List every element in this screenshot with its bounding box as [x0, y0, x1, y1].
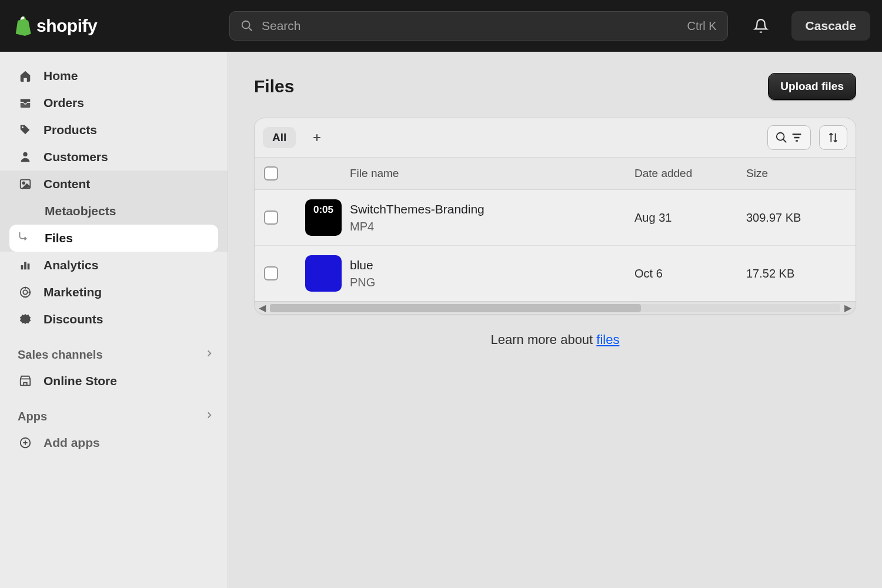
- target-icon: [18, 285, 33, 300]
- home-icon: [18, 68, 33, 83]
- sidebar-subitem-files[interactable]: Files: [9, 225, 218, 252]
- scroll-track[interactable]: [270, 304, 840, 312]
- table-header: File name Date added Size: [255, 157, 856, 190]
- svg-line-1: [249, 28, 252, 31]
- table-row[interactable]: 0:05 SwitchThemes-Branding MP4 Aug 31 30…: [255, 190, 856, 246]
- upload-files-button[interactable]: Upload files: [768, 73, 856, 100]
- bell-icon: [753, 18, 769, 34]
- person-icon: [18, 149, 33, 165]
- sidebar-item-label: Marketing: [44, 285, 102, 299]
- sidebar-item-customers[interactable]: Customers: [0, 143, 228, 171]
- file-date: Oct 6: [634, 267, 746, 280]
- chevron-right-icon: [204, 410, 215, 423]
- active-indicator-icon: [16, 230, 29, 246]
- search-input[interactable]: Search Ctrl K: [229, 11, 728, 41]
- search-filter-button[interactable]: [767, 125, 811, 150]
- file-thumbnail: 0:05: [305, 199, 342, 236]
- file-date: Aug 31: [634, 211, 746, 225]
- video-duration: 0:05: [313, 204, 333, 216]
- store-name: Cascade: [806, 19, 856, 33]
- tab-label: All: [272, 131, 286, 143]
- sidebar-item-products[interactable]: Products: [0, 116, 228, 143]
- filter-icon: [790, 131, 803, 144]
- svg-point-10: [23, 290, 27, 294]
- image-icon: [18, 176, 33, 192]
- add-view-button[interactable]: [306, 127, 328, 148]
- svg-rect-7: [24, 262, 26, 270]
- sidebar-item-add-apps[interactable]: Add apps: [0, 429, 228, 456]
- file-type: MP4: [350, 220, 634, 233]
- svg-point-5: [22, 182, 25, 184]
- sidebar-subitem-metaobjects[interactable]: Metaobjects: [0, 198, 228, 225]
- section-header-label: Apps: [18, 410, 47, 423]
- sidebar-item-discounts[interactable]: Discounts: [0, 306, 228, 333]
- sort-button[interactable]: [819, 125, 847, 150]
- file-name: SwitchThemes-Branding: [350, 202, 634, 216]
- apps-header[interactable]: Apps: [0, 395, 228, 429]
- row-checkbox[interactable]: [264, 211, 278, 225]
- sidebar-item-orders[interactable]: Orders: [0, 89, 228, 116]
- section-header-label: Sales channels: [18, 348, 103, 362]
- sidebar-item-marketing[interactable]: Marketing: [0, 279, 228, 306]
- scroll-right-icon[interactable]: ▶: [843, 302, 853, 313]
- sidebar: Home Orders Products Customers Content M…: [0, 52, 228, 588]
- sales-channels-header[interactable]: Sales channels: [0, 333, 228, 368]
- column-filename[interactable]: File name: [350, 167, 634, 180]
- search-placeholder: Search: [262, 19, 301, 33]
- svg-rect-11: [21, 379, 31, 385]
- search-icon: [775, 131, 788, 144]
- sidebar-item-label: Analytics: [44, 258, 98, 272]
- learn-more-prefix: Learn more about: [491, 332, 597, 347]
- page-title: Files: [254, 76, 294, 96]
- brand-logo[interactable]: shopify: [12, 15, 218, 36]
- file-name: blue: [350, 258, 634, 272]
- column-size[interactable]: Size: [746, 167, 846, 180]
- sidebar-item-label: Orders: [44, 96, 84, 110]
- sort-icon: [827, 131, 840, 144]
- learn-more-link[interactable]: files: [596, 332, 619, 347]
- inbox-icon: [18, 95, 33, 111]
- learn-more: Learn more about files: [254, 332, 856, 348]
- tag-icon: [18, 122, 33, 138]
- sidebar-item-label: Online Store: [44, 374, 117, 388]
- column-date[interactable]: Date added: [634, 167, 746, 180]
- scroll-handle[interactable]: [270, 304, 641, 312]
- table-row[interactable]: blue PNG Oct 6 17.52 KB: [255, 246, 856, 301]
- store-menu-button[interactable]: Cascade: [791, 11, 870, 41]
- plus-circle-icon: [18, 435, 33, 450]
- bar-chart-icon: [18, 258, 33, 273]
- main-content: Files Upload files All: [228, 52, 882, 588]
- sidebar-item-home[interactable]: Home: [0, 62, 228, 89]
- tab-all[interactable]: All: [263, 127, 296, 148]
- search-icon: [240, 19, 253, 32]
- svg-point-13: [777, 133, 784, 141]
- brand-text: shopify: [36, 16, 97, 36]
- sidebar-item-label: Discounts: [44, 312, 103, 326]
- store-icon: [18, 373, 33, 389]
- topbar: shopify Search Ctrl K Cascade: [0, 0, 882, 52]
- select-all-checkbox[interactable]: [264, 166, 278, 181]
- files-card: All File name: [254, 118, 856, 315]
- shopify-bag-icon: [12, 15, 33, 36]
- file-size: 309.97 KB: [746, 211, 846, 225]
- sidebar-item-label: Content: [44, 177, 90, 191]
- sidebar-item-label: Products: [44, 123, 97, 137]
- svg-rect-8: [28, 263, 30, 269]
- sidebar-item-content[interactable]: Content: [0, 171, 228, 198]
- sidebar-item-analytics[interactable]: Analytics: [0, 252, 228, 279]
- file-type: PNG: [350, 276, 634, 289]
- svg-point-3: [23, 152, 27, 156]
- sidebar-item-online-store[interactable]: Online Store: [0, 368, 228, 395]
- file-thumbnail: [305, 255, 342, 292]
- sidebar-item-label: Customers: [44, 150, 108, 164]
- sidebar-subitem-label: Files: [45, 231, 73, 245]
- notifications-button[interactable]: [747, 12, 775, 40]
- svg-line-14: [783, 139, 787, 143]
- row-checkbox[interactable]: [264, 266, 278, 280]
- scroll-left-icon[interactable]: ◀: [257, 302, 268, 313]
- horizontal-scrollbar[interactable]: ◀ ▶: [255, 301, 856, 314]
- discount-icon: [18, 312, 33, 327]
- svg-point-0: [242, 21, 250, 29]
- svg-point-2: [22, 126, 24, 128]
- svg-rect-6: [21, 265, 24, 269]
